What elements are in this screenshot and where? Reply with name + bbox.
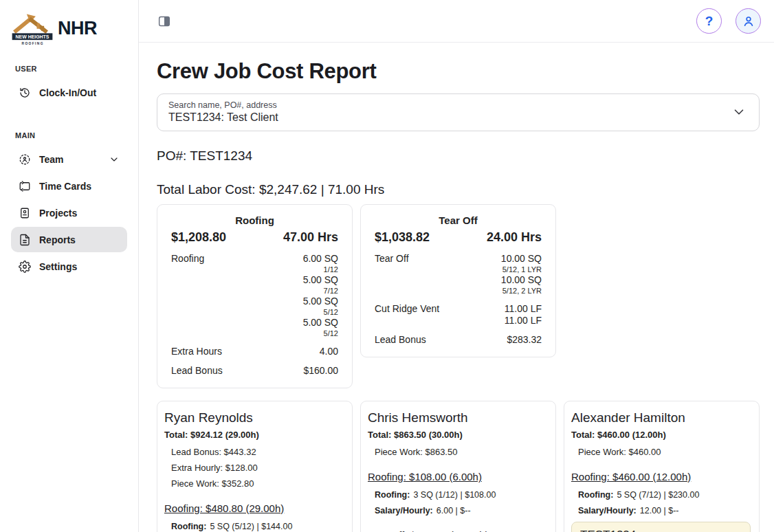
sidebar-item-settings[interactable]: Settings xyxy=(11,254,127,279)
search-placeholder-label: Search name, PO#, address xyxy=(168,100,278,110)
logo-line2: R O O F I N G xyxy=(22,42,43,45)
search-selected-value: TEST1234: Test Client xyxy=(168,111,278,124)
roof-logo-icon: NEW HEIGHTS R O O F I N G xyxy=(11,10,54,47)
crew-detail-line: Salary/Hourly: 6.00 | $-- xyxy=(368,506,547,516)
page-title: Crew Job Cost Report xyxy=(157,59,760,84)
summary-amount: $1,208.80 xyxy=(171,230,226,245)
summary-hours: 24.00 Hrs xyxy=(487,230,542,245)
timecard-po: TEST1234 xyxy=(580,529,636,532)
crew-breakdown-item: Extra Hourly: $128.00 xyxy=(164,463,344,472)
total-labor-cost: Total Labor Cost: $2,247.62 | 71.00 Hrs xyxy=(157,182,760,197)
po-number: PO#: TEST1234 xyxy=(157,148,760,164)
sidebar: NEW HEIGHTS R O O F I N G NHR USER Clock… xyxy=(0,0,139,532)
summary-row: Extra Hours 4.00 xyxy=(171,346,338,357)
sidebar-item-projects[interactable]: Projects xyxy=(11,200,127,225)
summary-row: Lead Bonus $283.32 xyxy=(375,334,542,346)
sidebar-item-reports[interactable]: Reports xyxy=(11,227,127,252)
sidebar-item-label: Team xyxy=(39,154,64,165)
crew-detail-line: Roofing: 3 SQ (1/12) | $108.00 xyxy=(368,490,547,500)
summary-card-roofing: Roofing $1,208.80 47.00 Hrs Roofing 6.00… xyxy=(157,204,353,388)
app-window: NEW HEIGHTS R O O F I N G NHR USER Clock… xyxy=(0,0,774,532)
crew-detail-line: Roofing: 5 SQ (7/12) | $230.00 xyxy=(571,490,751,500)
crew-name: Chris Hemsworth xyxy=(368,411,547,424)
projects-icon xyxy=(18,206,31,219)
crew-breakdown-item: Piece Work: $352.80 xyxy=(164,479,344,488)
summary-row: Roofing 6.00 SQ 1/12 5.00 SQ 7/12 5.00 S… xyxy=(171,253,338,338)
job-search-select[interactable]: Search name, PO#, address TEST1234: Test… xyxy=(157,93,760,131)
main-area: ? Crew Job Cost Report Search name, PO#,… xyxy=(139,0,774,532)
summary-cards-row: Roofing $1,208.80 47.00 Hrs Roofing 6.00… xyxy=(157,204,760,388)
crew-cards-row: Ryan Reynolds Total: $924.12 (29.00h) Le… xyxy=(157,401,760,532)
topbar: ? xyxy=(139,0,774,43)
sidebar-item-time-cards[interactable]: Time Cards xyxy=(11,173,127,199)
summary-amount: $1,038.82 xyxy=(375,230,430,245)
crew-breakdown-item: Lead Bonus: $443.32 xyxy=(164,447,344,456)
crew-total: Total: $924.12 (29.00h) xyxy=(164,430,344,439)
crew-breakdown-item: Piece Work: $460.00 xyxy=(571,447,751,456)
crew-card-ryan-reynolds: Ryan Reynolds Total: $924.12 (29.00h) Le… xyxy=(157,401,353,532)
sidebar-item-label: Settings xyxy=(39,261,77,272)
summary-card-tear-off: Tear Off $1,038.82 24.00 Hrs Tear Off 10… xyxy=(360,204,556,357)
sidebar-item-clock-in-out[interactable]: Clock-In/Out xyxy=(11,80,127,105)
sidebar-item-label: Time Cards xyxy=(39,181,91,192)
clock-history-icon xyxy=(18,86,31,99)
crew-section-link[interactable]: Roofing: $460.00 (12.00h) xyxy=(571,472,691,482)
sidebar-section-user: USER xyxy=(15,65,127,73)
crew-section-link[interactable]: Roofing: $480.80 (29.00h) xyxy=(164,503,284,513)
crew-name: Ryan Reynolds xyxy=(164,411,344,424)
crew-card-alexander-hamilton: Alexander Hamilton Total: $460.00 (12.00… xyxy=(564,401,760,532)
crew-card-chris-hemsworth: Chris Hemsworth Total: $863.50 (30.00h) … xyxy=(360,401,556,532)
gear-icon xyxy=(18,260,31,273)
crew-breakdown-item: Piece Work: $863.50 xyxy=(368,447,547,456)
summary-card-title: Tear Off xyxy=(375,214,542,226)
logo-line1: NEW HEIGHTS xyxy=(16,34,49,39)
summary-row: Lead Bonus $160.00 xyxy=(171,365,338,377)
sidebar-toggle-icon[interactable] xyxy=(157,14,172,29)
help-button[interactable]: ? xyxy=(696,8,722,34)
user-button[interactable] xyxy=(736,8,761,34)
crew-total: Total: $460.00 (12.00h) xyxy=(571,430,751,439)
report-content: Crew Job Cost Report Search name, PO#, a… xyxy=(139,43,774,532)
crew-detail-line: Salary/Hourly: 12.00 | $-- xyxy=(571,506,751,516)
sidebar-item-label: Reports xyxy=(39,234,76,245)
reports-icon xyxy=(18,233,31,246)
company-logo[interactable]: NEW HEIGHTS R O O F I N G NHR xyxy=(11,10,127,47)
help-icon: ? xyxy=(705,14,714,29)
time-cards-icon xyxy=(18,179,31,192)
team-icon xyxy=(18,153,31,166)
chevron-down-icon xyxy=(107,153,120,166)
sidebar-item-team[interactable]: Team xyxy=(11,146,127,172)
summary-row: Tear Off 10.00 SQ 5/12, 1 LYR 10.00 SQ 5… xyxy=(375,253,542,296)
crew-name: Alexander Hamilton xyxy=(571,411,751,424)
user-icon xyxy=(742,14,755,28)
sidebar-section-main: MAIN xyxy=(15,131,127,140)
crew-total: Total: $863.50 (30.00h) xyxy=(368,430,547,439)
summary-hours: 47.00 Hrs xyxy=(283,230,338,245)
timecard-entry[interactable]: TEST1234 12.0h 10/14/24 Roofing 05:00 - … xyxy=(571,522,751,532)
chevron-down-icon xyxy=(731,104,747,120)
sidebar-item-label: Clock-In/Out xyxy=(39,87,96,98)
sidebar-item-label: Projects xyxy=(39,208,77,219)
summary-card-title: Roofing xyxy=(171,214,338,226)
crew-detail-line: Roofing: 5 SQ (5/12) | $144.00 3 SQ (1/1… xyxy=(164,522,344,532)
brand-name: NHR xyxy=(58,18,97,39)
summary-row: Cut Ridge Vent 11.00 LF 11.00 LF xyxy=(375,303,542,326)
crew-section-link[interactable]: Roofing: $108.00 (6.00h) xyxy=(368,472,482,482)
